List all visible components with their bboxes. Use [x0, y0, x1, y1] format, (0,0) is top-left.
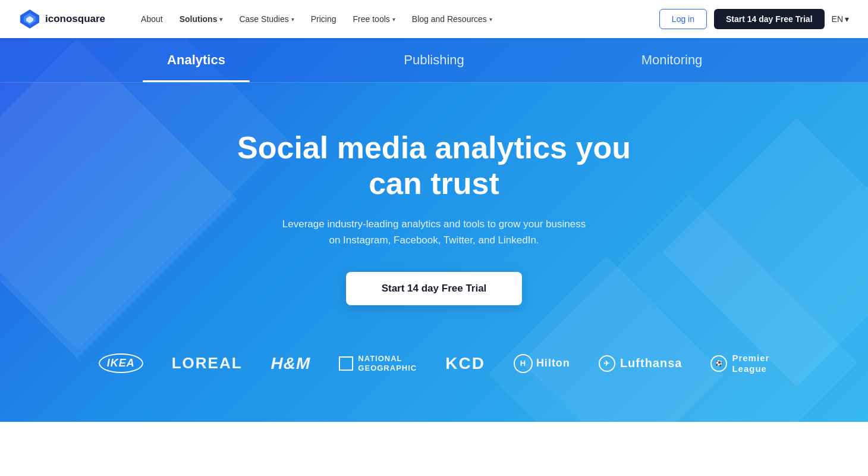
logo-icon	[19, 8, 40, 30]
nav-case-studies[interactable]: Case Studies ▾	[239, 14, 294, 24]
logo-ikea: IKEA	[99, 353, 143, 373]
navbar-actions: Log in Start 14 day Free Trial EN ▾	[659, 9, 849, 29]
nav-solutions[interactable]: Solutions ▾	[180, 14, 223, 24]
chevron-down-icon: ▾	[219, 16, 222, 23]
logo-hm: H&M	[271, 354, 311, 373]
logo-kcd: KCD	[445, 354, 485, 373]
logo-hilton: H Hilton	[514, 354, 570, 373]
solutions-tabs: Analytics Publishing Monitoring	[0, 38, 868, 83]
nav-pricing[interactable]: Pricing	[311, 14, 336, 24]
chevron-down-icon: ▾	[392, 16, 395, 23]
logo-loreal: LOREAL	[172, 354, 243, 372]
hero-subtitle: Leverage industry-leading analytics and …	[279, 216, 589, 248]
navbar-nav: About Solutions ▾ Case Studies ▾ Pricing…	[141, 14, 659, 24]
language-selector[interactable]: EN ▾	[832, 14, 849, 24]
logo-national-geographic: NATIONALGEOGRAPHIC	[339, 354, 417, 372]
logo-text: iconosquare	[45, 13, 105, 25]
chevron-down-icon: ▾	[845, 14, 849, 24]
tab-monitoring[interactable]: Monitoring	[553, 38, 791, 82]
tab-publishing[interactable]: Publishing	[315, 38, 553, 82]
logo-lufthansa: ✈ Lufthansa	[599, 355, 683, 372]
ng-box-icon	[339, 356, 353, 371]
hero-content: Social media analytics you can trust Lev…	[0, 83, 868, 329]
chevron-down-icon: ▾	[489, 16, 492, 23]
navbar: iconosquare About Solutions ▾ Case Studi…	[0, 0, 868, 38]
hilton-circle-icon: H	[514, 354, 533, 373]
chevron-down-icon: ▾	[291, 16, 294, 23]
hero-section: Analytics Publishing Monitoring Social m…	[0, 38, 868, 422]
login-button[interactable]: Log in	[659, 9, 707, 29]
nav-about[interactable]: About	[141, 14, 163, 24]
premier-league-badge-icon: ⚽	[710, 355, 727, 372]
trial-button-hero[interactable]: Start 14 day Free Trial	[346, 272, 523, 305]
logo-premier-league: ⚽ PremierLeague	[710, 353, 769, 374]
logo-link[interactable]: iconosquare	[19, 8, 105, 30]
tab-analytics[interactable]: Analytics	[77, 38, 315, 82]
trial-button-nav[interactable]: Start 14 day Free Trial	[714, 9, 825, 29]
nav-blog[interactable]: Blog and Resources ▾	[412, 14, 492, 24]
hero-title: Social media analytics you can trust	[226, 130, 642, 202]
nav-free-tools[interactable]: Free tools ▾	[353, 14, 395, 24]
logos-bar: IKEA LOREAL H&M NATIONALGEOGRAPHIC KCD H…	[0, 329, 868, 386]
lufthansa-circle-icon: ✈	[599, 355, 615, 372]
